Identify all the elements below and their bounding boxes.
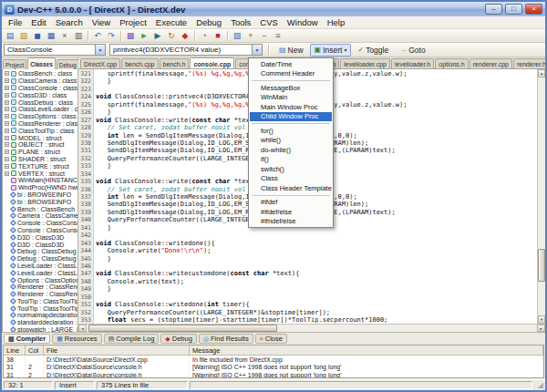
insert-menu-item-do-while[interactable]: do-while() [250,145,332,155]
tree-item[interactable]: +ClassDebug : class [5,98,77,106]
tab-levelloader-cpp[interactable]: levelloader.cpp [340,58,390,68]
menu-debug[interactable]: Debug [191,17,226,27]
tree-item[interactable]: +ClassRenderer : class [5,120,77,128]
tree-item[interactable]: Camera : ClassCamera [5,212,77,220]
tree-item[interactable]: WndProc(HWND hwnd, UINT Message, WPARAM … [5,184,77,191]
insert-button[interactable]: ▣Insert▾ [310,44,352,57]
tab-resources[interactable]: ▦Resources [52,334,101,344]
column-header-file[interactable]: File [44,346,190,355]
tree-item[interactable]: +SHADER : struct [5,156,77,163]
tab-renderer-h[interactable]: renderer.h [513,58,545,68]
expander-icon[interactable]: + [5,121,9,126]
insert-menu-item-ifdef[interactable]: #ifdef [250,198,332,208]
redo-button[interactable]: ↷ [105,30,118,42]
tree-item[interactable]: D3D : ClassD3D [5,241,77,248]
expander-icon[interactable]: + [5,114,9,119]
new-project-button[interactable]: ▧ [231,30,243,42]
tree-item[interactable]: +OBJECT : struct [5,141,77,149]
menu-file[interactable]: File [4,17,26,27]
vertical-scrollbar-track[interactable] [538,77,545,315]
tree-item[interactable]: Renderer : ClassRenderer [5,284,77,291]
new-source-button[interactable]: ▤ [4,30,16,42]
tree-item[interactable]: Options : ClassOptions [5,276,77,284]
tab-levelloader-h[interactable]: levelloader.h [391,58,434,68]
expander-icon[interactable]: + [5,150,9,154]
tree-item[interactable]: standarddeclaration : D3DVERTEXELEMENT9 [5,319,77,326]
expander-icon[interactable]: + [5,164,9,169]
open-file-button[interactable]: ▨ [17,30,30,42]
toggle-button[interactable]: ✓Toggle [353,44,393,57]
horizontal-scrollbar-thumb[interactable] [88,325,277,332]
chevron-down-icon[interactable]: ▼ [95,45,105,55]
expander-icon[interactable]: + [5,93,9,98]
column-header-col[interactable]: Col [26,346,44,355]
tree-item[interactable]: LevelLoader : ClassLevelLoader [5,269,77,276]
print-button[interactable]: ▥ [72,30,85,42]
titlebar[interactable]: D Dev-C++ 5.0.0.0 - [ DirectX ] - Direct… [2,2,545,16]
table-row[interactable]: 38D:\DirectX\Data\Source\DirectX.cppIn f… [4,356,543,364]
stop-execution-button[interactable]: ■ [212,30,224,42]
tab-find-results[interactable]: ◎Find Results [199,334,253,344]
member-selector-combo[interactable]: printvec4(D3DXVECTOR4 value) ▼ [109,44,263,56]
remove-from-project-button[interactable]: − [258,30,271,42]
expander-icon[interactable]: + [5,107,9,111]
menu-project[interactable]: Project [115,17,151,27]
tab-bench-cpp[interactable]: bench.cpp [121,58,158,68]
new-button[interactable]: ▤New [274,44,308,57]
goto-button[interactable]: →Goto [395,44,429,57]
tab-renderer-cpp[interactable]: renderer.cpp [470,58,512,68]
compile-button[interactable]: ▩ [124,30,137,42]
scroll-left-icon[interactable]: ◄ [78,325,87,332]
tab-console-cpp[interactable]: console.cpp [190,57,234,69]
tree-item[interactable]: +TEXTURE : struct [5,162,77,170]
menu-edit[interactable]: Edit [26,17,50,27]
chevron-down-icon[interactable]: ▼ [252,45,262,55]
tree-item[interactable]: Debug : ClassDebug [5,255,77,263]
tree-item[interactable]: Console : ClassConsole [5,227,77,234]
expander-icon[interactable]: + [5,78,9,83]
tree-item[interactable]: bi : BROWSEINFO [5,191,77,199]
column-header-message[interactable]: Message [190,346,543,355]
menu-view[interactable]: View [88,17,115,27]
horizontal-scrollbar-track[interactable] [87,325,537,332]
expander-icon[interactable]: + [5,129,9,133]
undo-button[interactable]: ↶ [91,30,104,42]
vertical-scrollbar-thumb[interactable] [538,249,545,282]
insert-menu-item-child-window-proc[interactable]: Child Window Proc [250,112,332,122]
insert-menu-item-if[interactable]: if() [250,155,332,165]
table-row[interactable]: 312D:\DirectX\Data\Source\console.h[Warn… [4,364,543,372]
tab-close[interactable]: ×Close [255,334,287,344]
tab-classes[interactable]: Classes [27,57,56,69]
insert-menu-item-date-time[interactable]: Date/Time [250,59,332,69]
insert-menu-item-class[interactable]: Class [250,174,332,184]
tree-item[interactable]: Renderer : ClassRenderer [5,291,77,298]
tree-item[interactable]: +ClassConsole : class [5,85,77,92]
tab-directx-cpp[interactable]: DirectX.cpp [80,58,120,68]
rebuild-all-button[interactable]: ↻ [165,30,178,42]
tree-item[interactable]: +ClassOptions : class [5,113,77,120]
insert-menu-item-ifndef-else[interactable]: #ifndef/else [250,217,332,227]
column-header-line[interactable]: Line [4,346,26,355]
menu-execute[interactable]: Execute [151,17,191,27]
tree-item[interactable]: +ClassLevelLoader : class [5,106,77,113]
debug-button[interactable]: ◆ [179,30,191,42]
compile-and-run-button[interactable]: ▶ [151,30,164,42]
add-to-project-button[interactable]: + [244,30,257,42]
expander-icon[interactable]: + [5,71,9,76]
expander-icon[interactable]: + [5,86,9,90]
tab-debug[interactable]: ◆Debug [160,334,197,344]
tab-bench-h[interactable]: bench.h [160,58,190,68]
tree-item[interactable]: Console : ClassConsole [5,220,77,227]
insert-menu-item-comment-header[interactable]: Comment Header [250,69,332,79]
tree-item[interactable]: +PLANE : struct [5,149,77,156]
expander-icon[interactable]: + [5,136,9,140]
minimize-button[interactable]: – [485,4,502,15]
save-button[interactable]: ◼ [31,30,44,42]
insert-menu-item-class-header-template[interactable]: Class Header Template [250,183,332,193]
insert-menu-item-while[interactable]: while() [250,136,332,146]
tree-item[interactable]: +VERTEX : struct [5,170,77,177]
editor-horizontal-scrollbar[interactable]: ◄ ► [78,324,545,332]
maximize-button[interactable]: □ [505,4,522,15]
tree-item[interactable]: normalmapdeclaration : D3DVERTEXELEMENT9 [5,312,77,319]
tree-item[interactable]: WinMain(HINSTANCE hInstance, HINSTANCE h… [5,177,77,184]
